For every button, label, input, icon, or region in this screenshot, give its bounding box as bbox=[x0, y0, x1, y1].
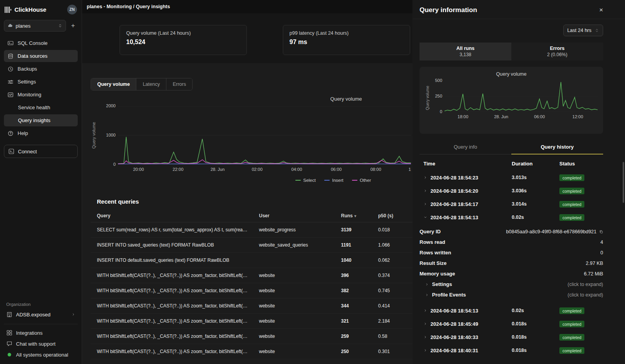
add-service-button[interactable]: + bbox=[68, 20, 78, 31]
history-row-duration: 3.036s bbox=[512, 188, 559, 194]
runs-tab-errors[interactable]: Errors2 (0.06%) bbox=[511, 43, 603, 60]
footer-item-integrations[interactable]: Integrations bbox=[4, 328, 78, 337]
table-row[interactable]: SELECT sum(read_rows) AS r, sum(total_ro… bbox=[91, 222, 412, 238]
history-time-text: 2024-06-28 18:54:13 bbox=[430, 215, 478, 220]
copy-icon[interactable] bbox=[599, 230, 603, 234]
settings-icon bbox=[7, 79, 14, 85]
cell-user: website_progress bbox=[254, 222, 336, 238]
table-row[interactable]: WITH bitShiftLeft(CAST(?..), _CAST(?..))… bbox=[91, 329, 412, 344]
tab-errors[interactable]: Errors bbox=[166, 78, 192, 90]
table-row[interactable]: INSERT INTO default.saved_queries (text)… bbox=[91, 253, 412, 268]
legend-item-other[interactable]: Other bbox=[352, 178, 371, 183]
cell-user: website bbox=[254, 283, 336, 298]
detail-value: 6.72 MiB bbox=[584, 271, 603, 277]
tab-query-history[interactable]: Query history bbox=[511, 140, 603, 154]
history-row[interactable]: 2024-06-28 18:40:330.018scompleted bbox=[420, 330, 603, 344]
cell-user: website bbox=[254, 298, 336, 314]
sidebar-item-data-sources[interactable]: Data sources bbox=[4, 50, 78, 62]
main-chart-xticks: 20:0022:0028. Jun02:0004:0006:0008:0010:… bbox=[118, 167, 411, 174]
sidebar-item-query-insights[interactable]: Query insights bbox=[4, 114, 78, 126]
x-tick: 10:00 bbox=[409, 167, 411, 172]
legend-item-select[interactable]: Select bbox=[295, 178, 316, 183]
history-header: TimeDurationStatus bbox=[420, 156, 603, 171]
connect-label: Connect bbox=[18, 149, 37, 154]
footer-item-all-systems-operational[interactable]: All systems operational bbox=[4, 350, 78, 359]
table-row[interactable]: INSERT INTO saved_queries (text) FORMAT … bbox=[91, 238, 412, 253]
history-row-status: completed bbox=[559, 334, 603, 341]
connect-button[interactable]: Connect bbox=[4, 145, 78, 158]
scrollbar[interactable] bbox=[623, 162, 624, 203]
detail-label-wrap: Settings bbox=[425, 281, 452, 287]
range-row: Last 24 hrs bbox=[412, 19, 625, 42]
chevron-right-icon bbox=[423, 202, 427, 206]
tab-query-volume[interactable]: Query volume bbox=[91, 78, 136, 90]
history-row-duration: 0.02s bbox=[512, 308, 559, 313]
time-range-select[interactable]: Last 24 hrs bbox=[563, 25, 603, 36]
column-header-runs[interactable]: Runs▾ bbox=[336, 210, 373, 222]
chevron-right-icon bbox=[423, 348, 427, 352]
history-row[interactable]: 2024-06-28 18:45:490.018scompleted bbox=[420, 317, 603, 330]
recent-queries-table: QueryUserRuns▾p50 (s) SELECT sum(read_ro… bbox=[91, 210, 412, 359]
status-badge: completed bbox=[559, 188, 584, 194]
organization-item[interactable]: ADSB.exposed bbox=[4, 310, 78, 319]
sidebar-item-settings[interactable]: Settings bbox=[4, 76, 78, 88]
sidebar-item-sql-console[interactable]: SQL Console bbox=[4, 37, 78, 49]
footer-item-label: Chat with support bbox=[16, 341, 55, 347]
y-tick: 250 bbox=[435, 94, 442, 98]
history-row[interactable]: 2024-06-28 18:40:310.018scompleted bbox=[420, 344, 603, 357]
detail-row-settings[interactable]: Settings(click to expand) bbox=[420, 279, 603, 289]
sidebar-item-monitoring[interactable]: Monitoring bbox=[4, 89, 78, 101]
table-row[interactable]: WITH bitShiftLeft(CAST(?..), _CAST(?..))… bbox=[91, 314, 412, 329]
stat-card-p99-latency-last-24-hours: p99 latency (Last 24 hours)97 ms bbox=[283, 25, 410, 55]
x-tick: 04:00 bbox=[291, 167, 302, 172]
chevron-updown-icon bbox=[595, 28, 599, 33]
column-header-query: Query bbox=[91, 210, 254, 222]
history-row[interactable]: 2024-06-28 18:54:130.02scompleted bbox=[420, 211, 603, 224]
main-area: planes - Monitoring / Query insights Que… bbox=[82, 0, 412, 364]
history-row[interactable]: 2024-06-28 18:54:233.013scompleted bbox=[420, 171, 603, 184]
tab-query-info[interactable]: Query info bbox=[420, 140, 511, 154]
main-chart-ylabel: Query volume bbox=[91, 106, 97, 165]
cell-runs: 1191 bbox=[336, 238, 373, 253]
cell-p50: 0.745 bbox=[373, 283, 412, 298]
panel-tabs: Query infoQuery history bbox=[420, 140, 603, 154]
sidebar-item-service-health[interactable]: Service health bbox=[4, 101, 78, 114]
history-row[interactable]: 2024-06-28 18:54:130.02scompleted bbox=[420, 304, 603, 317]
column-header-p50-s: p50 (s) bbox=[373, 210, 412, 222]
close-icon[interactable]: × bbox=[599, 6, 603, 14]
table-row[interactable]: WITH bitShiftLeft(CAST(?..), _CAST(?..))… bbox=[91, 344, 412, 359]
runs-tab-label: Errors bbox=[550, 46, 565, 51]
history-time-text: 2024-06-28 18:40:31 bbox=[430, 348, 478, 353]
detail-row-profile-events[interactable]: Profile Events(click to expand) bbox=[420, 289, 603, 300]
tab-latency[interactable]: Latency bbox=[136, 78, 166, 90]
table-row[interactable]: WITH bitShiftLeft(CAST(?..), _CAST(?..))… bbox=[91, 268, 412, 283]
sidebar-item-backups[interactable]: Backups bbox=[4, 63, 78, 75]
status-badge: completed bbox=[559, 347, 584, 354]
history-time-text: 2024-06-28 18:40:33 bbox=[430, 334, 478, 340]
service-selector[interactable]: planes bbox=[4, 20, 66, 32]
history-row[interactable]: 2024-06-28 18:54:173.014scompleted bbox=[420, 197, 603, 211]
history-row-time: 2024-06-28 18:54:23 bbox=[420, 175, 512, 181]
avatar[interactable]: ZN bbox=[67, 5, 77, 14]
history-row[interactable]: 2024-06-28 18:54:203.036scompleted bbox=[420, 184, 603, 197]
cell-query: WITH bitShiftLeft(CAST(?..), _CAST(?..))… bbox=[91, 298, 254, 314]
legend-item-insert[interactable]: Insert bbox=[324, 178, 343, 183]
panel-title: Query information bbox=[420, 6, 477, 14]
chart-legend: SelectInsertOther bbox=[187, 178, 412, 183]
chevron-right-icon bbox=[423, 322, 427, 326]
legend-marker bbox=[352, 180, 357, 181]
organization-icon bbox=[6, 311, 12, 318]
runs-tab-all-runs[interactable]: All runs3,138 bbox=[420, 43, 511, 60]
chevron-right-icon bbox=[423, 335, 427, 339]
table-row[interactable]: WITH bitShiftLeft(CAST(?..), _CAST(?..))… bbox=[91, 298, 412, 314]
cell-runs: 382 bbox=[336, 283, 373, 298]
detail-label: Memory usage bbox=[420, 271, 455, 277]
chevron-right-icon bbox=[425, 293, 429, 297]
footer-item-label: Integrations bbox=[16, 330, 43, 336]
column-header-user: User bbox=[254, 210, 336, 222]
history-row-duration: 0.018s bbox=[512, 348, 559, 353]
history-row-time: 2024-06-28 18:54:13 bbox=[420, 215, 512, 220]
table-row[interactable]: WITH bitShiftLeft(CAST(?..), _CAST(?..))… bbox=[91, 283, 412, 298]
footer-item-chat-with-support[interactable]: Chat with support bbox=[4, 339, 78, 348]
sidebar-item-help[interactable]: Help bbox=[4, 127, 78, 139]
